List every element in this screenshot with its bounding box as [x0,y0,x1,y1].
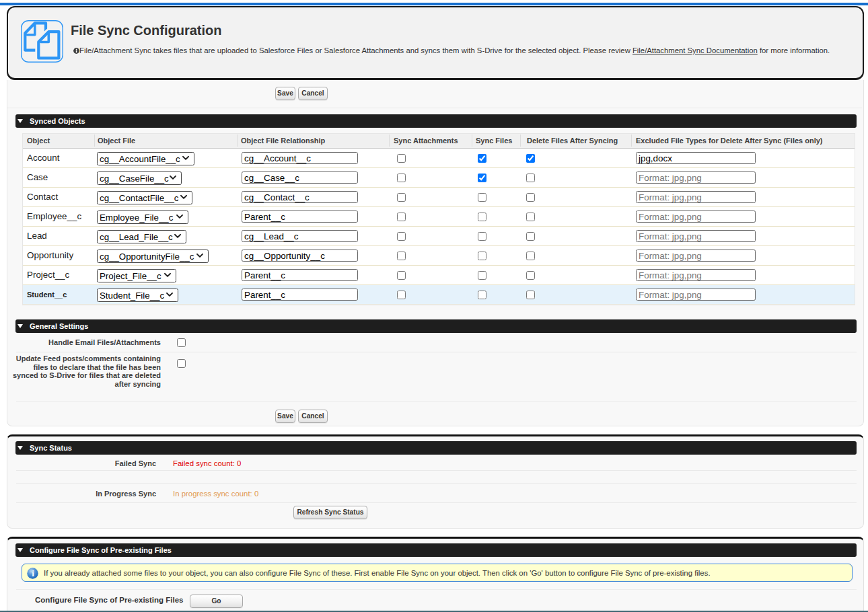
svg-text:i: i [32,568,34,578]
